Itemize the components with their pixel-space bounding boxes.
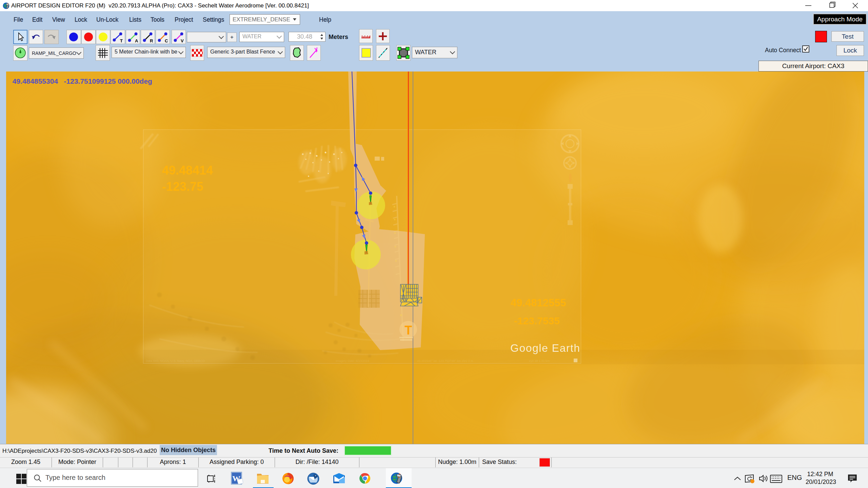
- svg-text:eye alt 1.31 km: eye alt 1.31 km: [529, 359, 550, 363]
- svg-text:T: T: [120, 38, 123, 43]
- svg-text:C: C: [165, 38, 168, 43]
- svg-text:-123.7535: -123.7535: [514, 315, 560, 326]
- svg-text:Imagery Date: 6/13/2019: Imagery Date: 6/13/2019: [336, 359, 369, 363]
- svg-text:49.481545° lat -123.753748° l: 49.481545° lat -123.753748° lon elev 0 m: [417, 359, 473, 363]
- svg-text:R: R: [150, 38, 153, 43]
- svg-text:Data SIO, NOAA, U.S. Navy, NGA: Data SIO, NOAA, U.S. Navy, NGA, GEBCO: [146, 359, 205, 363]
- svg-text:T: T: [405, 323, 412, 337]
- svg-text:49.484855304 -123.751099125: 49.484855304 -123.751099125 000.00deg: [13, 77, 152, 85]
- svg-text:-123.75: -123.75: [162, 180, 203, 194]
- svg-text:A: A: [135, 38, 138, 43]
- svg-text:49.48414: 49.48414: [162, 163, 213, 177]
- svg-text:49.4812555: 49.4812555: [511, 297, 566, 309]
- svg-text:Google Earth: Google Earth: [510, 342, 580, 354]
- svg-text:V: V: [181, 38, 184, 43]
